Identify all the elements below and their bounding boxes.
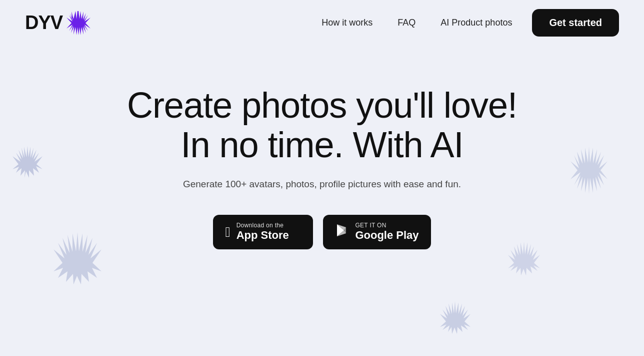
svg-marker-0 xyxy=(66,11,90,35)
hero-title-line1: Create photos you'll love! xyxy=(127,86,517,125)
app-store-button[interactable]:  Download on the App Store xyxy=(213,215,313,249)
logo-text: DYV xyxy=(25,12,62,34)
cta-buttons:  Download on the App Store GET IT ON Go… xyxy=(213,215,430,249)
get-started-button[interactable]: Get started xyxy=(532,9,619,37)
google-play-text: GET IT ON Google Play xyxy=(355,222,418,242)
navbar: DYV How it works FAQ AI Product photos G… xyxy=(0,0,644,46)
nav-ai-product-photos[interactable]: AI Product photos xyxy=(440,18,512,28)
google-play-main-label: Google Play xyxy=(355,229,418,242)
app-store-text: Download on the App Store xyxy=(236,222,289,242)
app-store-main-label: App Store xyxy=(236,229,289,242)
logo-starburst xyxy=(66,10,92,36)
deco-starburst-5 xyxy=(436,300,474,340)
google-play-icon xyxy=(335,223,349,241)
google-play-button[interactable]: GET IT ON Google Play xyxy=(323,215,430,249)
logo[interactable]: DYV xyxy=(25,10,92,36)
nav-how-it-works[interactable]: How it works xyxy=(322,18,372,28)
google-play-top-label: GET IT ON xyxy=(355,222,418,229)
app-store-top-label: Download on the xyxy=(236,222,289,229)
apple-icon:  xyxy=(225,224,230,240)
hero-description: Generate 100+ avatars, photos, profile p… xyxy=(183,179,461,190)
hero-section: Create photos you'll love! In no time. W… xyxy=(0,86,644,249)
hero-title-line2: In no time. With AI xyxy=(180,125,463,165)
nav-faq[interactable]: FAQ xyxy=(398,18,416,28)
svg-marker-5 xyxy=(440,301,470,334)
nav-links: How it works FAQ AI Product photos xyxy=(322,18,512,28)
